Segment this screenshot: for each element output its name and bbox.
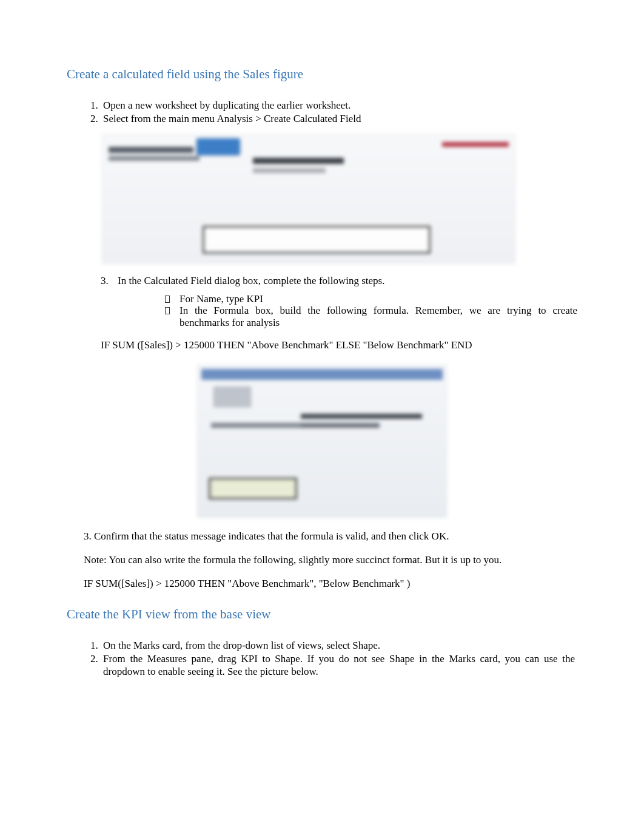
screenshot-menu-analysis (102, 134, 515, 264)
step2-text-a: Select from the main menu (103, 113, 216, 124)
k1a: On the Marks card, from the drop-down li… (103, 640, 352, 651)
b1a: For (179, 293, 196, 305)
section-heading-calculated-field: Create a calculated field using the Sale… (67, 67, 577, 82)
note-paragraph: Note: You can also write the formula the… (84, 553, 577, 566)
k2b: KPI (241, 653, 262, 664)
confirm-paragraph: 3. Confirm that the status message indic… (84, 530, 577, 543)
steps-list-1: Open a new worksheet by duplicating the … (67, 99, 577, 126)
formula2-text: IF SUM([Sales]) > 125000 THEN "Above Ben… (84, 578, 577, 590)
k1c: . (378, 640, 380, 651)
kpi-step-1: On the Marks card, from the drop-down li… (101, 639, 577, 652)
section-heading-kpi-view: Create the KPI view from the base view (67, 607, 577, 622)
b2b: Formula (214, 305, 249, 316)
formula-text: IF SUM ([Sales]) > 125000 THEN "Above Be… (101, 339, 577, 351)
kpi-step-2: From the Measures pane, drag KPI to Shap… (101, 652, 577, 678)
step-2: Select from the main menu Analysis > Cre… (101, 112, 577, 125)
step3-number: 3. (101, 275, 118, 287)
b1c: , type (221, 293, 246, 305)
screenshot-calculated-field-dialog (197, 365, 447, 518)
substep-name: For Name, type KPI (165, 293, 577, 305)
confirm-a: 3. Confirm that the status message indic… (84, 530, 432, 542)
step2-text-b: Analysis > Create Calculated Field (216, 113, 361, 124)
step1-text-a: Open a new worksheet by (103, 100, 213, 111)
k2a: From the Measures pane, drag (103, 653, 241, 664)
note-label: Note: (84, 554, 107, 566)
step-3: 3. In the Calculated Field dialog box, c… (67, 275, 577, 287)
substep-list: For Name, type KPI In the Formula box, b… (67, 293, 577, 329)
substep-formula: In the Formula box, build the following … (165, 305, 577, 328)
confirm-b: OK (432, 530, 447, 542)
b2a: In the (179, 305, 214, 316)
k1b: Shape (352, 640, 378, 651)
b1d: KPI (247, 293, 263, 305)
steps-list-2: On the Marks card, from the drop-down li… (67, 639, 577, 678)
confirm-c: . (446, 530, 449, 542)
note-text: You can also write the formula the follo… (107, 554, 502, 566)
step3-text: In the Calculated Field dialog box, comp… (118, 275, 577, 287)
b1b: Name (196, 293, 221, 305)
step1-text-c: the earlier worksheet. (262, 100, 351, 111)
step-1: Open a new worksheet by duplicating the … (101, 99, 577, 112)
step1-text-b: duplicating (213, 100, 262, 111)
